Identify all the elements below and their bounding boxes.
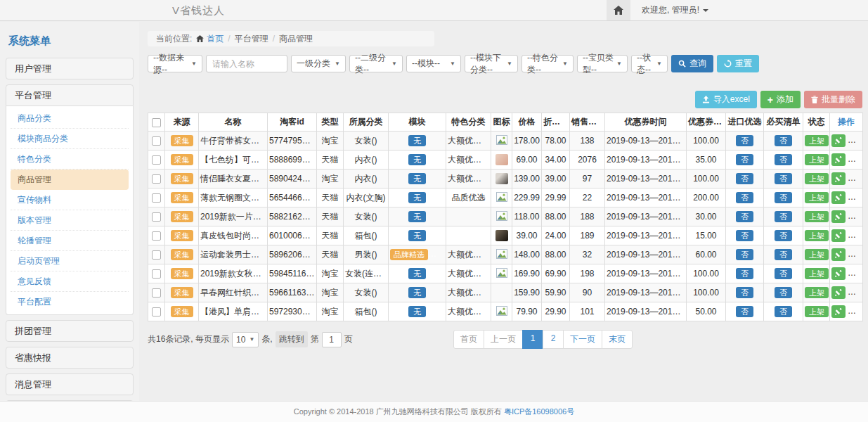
row-checkbox[interactable]	[152, 288, 161, 298]
row-checkbox-cell	[148, 151, 165, 170]
row-checkbox[interactable]	[152, 174, 161, 184]
must-buy-badge[interactable]: 否	[775, 249, 792, 260]
edit-button[interactable]	[831, 153, 846, 166]
status-badge[interactable]: 上架	[805, 230, 829, 241]
must-buy-badge[interactable]: 否	[775, 268, 792, 279]
import-select-badge[interactable]: 否	[736, 230, 753, 241]
import-select-badge[interactable]: 否	[736, 249, 753, 260]
table-row: 采集2019新款一片式系...588216228899天猫女装()无118.00…	[148, 207, 863, 226]
query-button[interactable]: 查询	[671, 55, 713, 72]
status-badge[interactable]: 上架	[805, 173, 829, 184]
import-select-badge[interactable]: 否	[736, 268, 753, 279]
filter-level1-category-select[interactable]: 一级分类▼	[291, 55, 346, 72]
user-menu[interactable]: 欢迎您, 管理员!	[642, 4, 708, 16]
sidebar-item[interactable]: 商品管理	[11, 170, 129, 190]
row-checkbox[interactable]	[152, 155, 161, 165]
source-badge: 采集	[171, 154, 193, 165]
status-badge[interactable]: 上架	[805, 287, 829, 298]
status-badge[interactable]: 上架	[805, 211, 829, 222]
pagination-button[interactable]: 下一页	[563, 330, 602, 349]
sidebar-panel-header[interactable]: 省惠快报	[6, 347, 134, 369]
must-buy-badge[interactable]: 否	[775, 154, 792, 165]
row-checkbox[interactable]	[152, 212, 161, 222]
status-badge[interactable]: 上架	[805, 268, 829, 279]
sidebar-item[interactable]: 版本管理	[11, 210, 129, 231]
sidebar-item[interactable]: 模块商品分类	[11, 129, 129, 149]
must-buy-cell: 否	[764, 170, 803, 188]
row-checkbox[interactable]	[152, 307, 161, 316]
per-page-select[interactable]: 10 ▼	[232, 332, 259, 347]
sidebar-item[interactable]: 意见反馈	[11, 271, 129, 292]
edit-button[interactable]	[831, 286, 846, 299]
row-checkbox[interactable]	[152, 193, 161, 203]
breadcrumb-platform-link[interactable]: 平台管理	[235, 32, 268, 46]
must-buy-badge[interactable]: 否	[775, 135, 792, 146]
edit-button[interactable]	[831, 172, 846, 185]
filter-status-select[interactable]: --状态--▼	[631, 55, 668, 72]
row-checkbox[interactable]	[152, 250, 161, 260]
jump-button[interactable]: 跳转到	[276, 331, 308, 347]
filter-data-source-select[interactable]: --数据来源--▼	[148, 55, 202, 72]
select-all-checkbox[interactable]	[152, 118, 161, 127]
source-badge: 采集	[171, 211, 193, 222]
import-select-badge[interactable]: 否	[736, 135, 753, 146]
must-buy-badge[interactable]: 否	[775, 211, 792, 222]
pagination-button: 上一页	[484, 330, 523, 349]
row-checkbox[interactable]	[152, 269, 161, 279]
must-buy-badge[interactable]: 否	[775, 230, 792, 241]
filter-feature-category-select[interactable]: --特色分类--▼	[522, 55, 574, 72]
coupon-time: 2019-09-13—2019-09-15	[605, 245, 687, 264]
status-badge[interactable]: 上架	[805, 154, 829, 165]
home-button[interactable]	[607, 0, 630, 20]
edit-button[interactable]	[831, 267, 846, 280]
pagination-button[interactable]: 2	[543, 330, 564, 349]
import-select-badge[interactable]: 否	[736, 211, 753, 222]
edit-button[interactable]	[831, 210, 846, 223]
import-select-badge[interactable]: 否	[736, 192, 753, 203]
filter-level2-category-select[interactable]: --二级分类--▼	[349, 55, 403, 72]
reset-button[interactable]: 重置	[717, 55, 759, 72]
edit-button[interactable]	[831, 134, 846, 147]
filter-module-select[interactable]: --模块--▼	[406, 55, 461, 72]
sidebar-panel-header[interactable]: 消息管理	[6, 373, 134, 395]
row-checkbox-cell	[148, 188, 165, 207]
icp-link[interactable]: 粤ICP备16098006号	[504, 407, 574, 416]
import-select-badge[interactable]: 否	[736, 173, 753, 184]
edit-button[interactable]	[831, 229, 846, 242]
import-select-badge[interactable]: 否	[736, 287, 753, 298]
keyword-input[interactable]	[206, 55, 287, 72]
sidebar-item[interactable]: 商品分类	[11, 108, 129, 129]
sidebar-panel-header[interactable]: 拼团管理	[6, 320, 134, 342]
batch-delete-button[interactable]: 批量删除	[804, 91, 862, 108]
row-checkbox[interactable]	[152, 136, 161, 146]
page-number-input[interactable]	[322, 332, 342, 347]
must-buy-badge[interactable]: 否	[775, 173, 792, 184]
sidebar-item[interactable]: 轮播管理	[11, 231, 129, 251]
status-badge[interactable]: 上架	[805, 306, 829, 317]
edit-button[interactable]	[831, 248, 846, 261]
sidebar-panel-header[interactable]: 平台管理	[6, 84, 134, 106]
pagination-button[interactable]: 1	[522, 330, 543, 349]
sidebar-item[interactable]: 启动页管理	[11, 251, 129, 271]
status-badge[interactable]: 上架	[805, 192, 829, 203]
must-buy-badge[interactable]: 否	[775, 306, 792, 317]
filter-item-type-select[interactable]: --宝贝类型--▼	[577, 55, 628, 72]
row-checkbox[interactable]	[152, 231, 161, 241]
edit-button[interactable]	[831, 191, 846, 204]
must-buy-badge[interactable]: 否	[775, 287, 792, 298]
import-select-badge[interactable]: 否	[736, 154, 753, 165]
sidebar-item[interactable]: 特色分类	[11, 149, 129, 170]
sidebar-item[interactable]: 宣传物料	[11, 190, 129, 210]
sidebar-panel-header[interactable]: 用户管理	[6, 58, 134, 79]
add-button[interactable]: + 添加	[760, 91, 801, 108]
status-badge[interactable]: 上架	[805, 249, 829, 260]
breadcrumb-home-link[interactable]: 首页	[207, 32, 224, 46]
status-badge[interactable]: 上架	[805, 135, 829, 146]
filter-module-subcategory-select[interactable]: --模块下分类--▼	[465, 55, 518, 72]
import-select-badge[interactable]: 否	[736, 306, 753, 317]
must-buy-badge[interactable]: 否	[775, 192, 792, 203]
import-excel-button[interactable]: 导入excel	[695, 91, 757, 108]
edit-button[interactable]	[831, 305, 846, 318]
sidebar-item[interactable]: 平台配置	[11, 292, 129, 312]
pagination-button[interactable]: 末页	[602, 330, 633, 349]
